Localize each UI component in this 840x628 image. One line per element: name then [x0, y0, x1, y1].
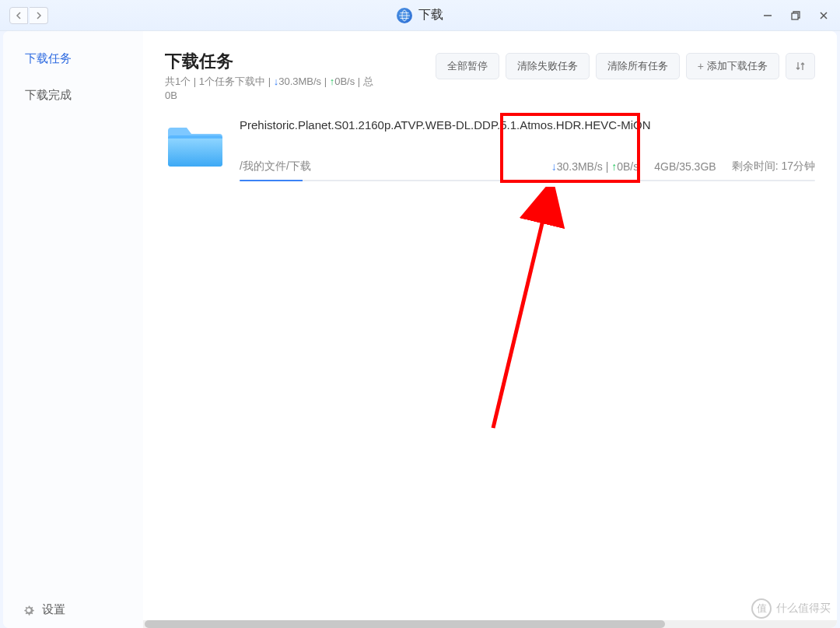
toolbar: 全部暂停 清除失败任务 清除所有任务 + 添加下载任务	[436, 53, 815, 79]
task-path: /我的文件/下载	[240, 160, 536, 174]
settings-label: 设置	[42, 602, 65, 617]
plus-icon: +	[698, 60, 704, 72]
progress-bar	[240, 180, 815, 181]
horizontal-scrollbar[interactable]	[143, 620, 837, 628]
window-title: 下载	[397, 7, 443, 23]
progress-fill	[240, 180, 303, 181]
svg-rect-2	[792, 13, 798, 19]
task-size: 4GB/35.3GB	[654, 160, 716, 173]
summary-line: 共1个 | 1个任务下载中 | ↓30.3MB/s | ↑0B/s | 总0B	[165, 75, 373, 103]
watermark-text: 什么值得买	[776, 602, 831, 616]
main-area: 下载任务 下载完成 设置 下载任务 共1个 | 1个任务下载中 | ↓30.3M…	[3, 31, 837, 628]
watermark: 值 什么值得买	[751, 598, 831, 619]
maximize-button[interactable]	[789, 9, 803, 23]
sort-icon	[794, 60, 807, 72]
nav-buttons	[9, 7, 48, 24]
nav-back-button[interactable]	[9, 7, 28, 24]
down-arrow-icon: ↓	[551, 160, 557, 173]
maximize-icon	[790, 10, 801, 21]
titlebar: 下载	[0, 0, 840, 31]
pause-all-button[interactable]: 全部暂停	[436, 53, 499, 79]
scrollbar-thumb[interactable]	[145, 620, 665, 628]
annotation-arrow	[478, 187, 571, 436]
task-filename: Prehistoric.Planet.S01.2160p.ATVP.WEB-DL…	[240, 118, 815, 132]
minimize-button[interactable]	[761, 9, 775, 23]
svg-point-3	[26, 608, 30, 612]
clear-failed-button[interactable]: 清除失败任务	[506, 53, 590, 79]
sidebar: 下载任务 下载完成 设置	[3, 31, 143, 628]
page-title: 下载任务	[165, 50, 373, 73]
window-title-text: 下载	[418, 7, 443, 23]
chevron-right-icon	[36, 12, 42, 19]
sidebar-item-tasks[interactable]: 下载任务	[3, 40, 143, 77]
minimize-icon	[762, 10, 773, 21]
nav-forward-button[interactable]	[30, 7, 48, 24]
task-body: Prehistoric.Planet.S01.2160p.ATVP.WEB-DL…	[240, 118, 815, 181]
folder-icon	[165, 121, 226, 170]
close-button[interactable]	[817, 9, 831, 23]
gear-icon	[22, 603, 36, 617]
add-task-button[interactable]: + 添加下载任务	[686, 53, 779, 79]
close-icon	[818, 10, 829, 21]
globe-icon	[397, 8, 412, 23]
clear-all-button[interactable]: 清除所有任务	[596, 53, 680, 79]
sidebar-item-completed[interactable]: 下载完成	[3, 77, 143, 114]
task-details-row: /我的文件/下载 ↓30.3MB/s | ↑0B/s 4GB/35.3GB 剩余…	[240, 160, 815, 174]
sidebar-item-settings[interactable]: 设置	[3, 591, 143, 628]
content-header: 下载任务 共1个 | 1个任务下载中 | ↓30.3MB/s | ↑0B/s |…	[165, 50, 815, 103]
svg-line-4	[493, 201, 548, 428]
task-remaining-time: 剩余时间: 17分钟	[732, 160, 815, 174]
window-controls	[761, 9, 831, 23]
watermark-icon: 值	[751, 598, 772, 619]
task-speed: ↓30.3MB/s | ↑0B/s	[551, 160, 639, 173]
chevron-left-icon	[16, 12, 22, 19]
sort-button[interactable]	[786, 53, 815, 79]
content-pane: 下载任务 共1个 | 1个任务下载中 | ↓30.3MB/s | ↑0B/s |…	[143, 31, 837, 628]
task-row[interactable]: Prehistoric.Planet.S01.2160p.ATVP.WEB-DL…	[165, 112, 815, 188]
